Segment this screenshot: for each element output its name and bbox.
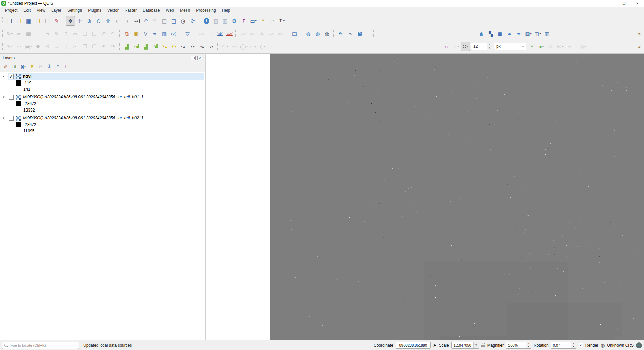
menu-plugins[interactable]: Plugins <box>85 7 104 13</box>
add-feature-button[interactable]: ▱ <box>43 29 52 38</box>
zoom-native-resolution-button[interactable]: 1:1 <box>131 16 141 26</box>
map-grid-tool-button[interactable]: ▦▾ <box>524 29 533 38</box>
new-project-button[interactable]: ❏ <box>5 16 14 26</box>
open-field-calculator-button[interactable]: ▥ <box>220 16 230 26</box>
annotation-feather-button[interactable]: ✒ <box>514 29 524 38</box>
increase-gamma-button[interactable]: γ▴ <box>197 42 207 51</box>
toolbar-drag-handle[interactable] <box>287 30 288 37</box>
save-project-button[interactable]: ▣ <box>24 16 33 26</box>
map-canvas[interactable] <box>206 54 644 340</box>
scale-combo[interactable]: 1:1947050 ▼ <box>451 342 479 349</box>
cut-features-button[interactable]: ✂ <box>71 29 80 38</box>
snapping-tolerance-spinbox[interactable]: 12▲▼ <box>471 43 492 50</box>
annotation-tool-button[interactable]: ◌▾ <box>267 16 277 26</box>
circular-string-tool-button[interactable]: ◠▾ <box>220 42 230 51</box>
new-spatial-bookmark-button[interactable]: ▤ <box>160 16 169 26</box>
snapping-tolerance-down-icon[interactable]: ▼ <box>487 46 492 50</box>
text-annotation-button[interactable]: T▾ <box>277 16 286 26</box>
temporal-controller-button[interactable]: ◷ <box>178 16 188 26</box>
rotate-feature-button[interactable]: ⟲ <box>43 42 52 51</box>
show-layout-manager-button[interactable]: ❒ <box>43 16 52 26</box>
new-temporary-scratch-layer-button[interactable]: ✒ <box>150 29 160 38</box>
menu-settings[interactable]: Settings <box>64 7 85 13</box>
snapping-options-button[interactable]: ∷▾ <box>461 42 470 51</box>
layer-checkbox[interactable] <box>9 95 14 100</box>
layer-expander-icon[interactable]: ▼ <box>0 96 7 99</box>
open-attribute-table-button[interactable]: ▦ <box>211 16 220 26</box>
new-virtual-layer-button[interactable]: Ⓥ <box>169 29 178 38</box>
label-toolbar-abc-button[interactable]: abc <box>197 29 206 38</box>
locator-input[interactable] <box>9 343 77 347</box>
toolbar-drag-handle[interactable] <box>199 17 200 24</box>
coordinate-input[interactable] <box>396 342 431 349</box>
snapping-mode-button[interactable]: ⋔▾ <box>451 42 461 51</box>
new-geopackage-layer-button[interactable]: ▣ <box>131 29 141 38</box>
clip-raster-button[interactable]: ⊠ <box>495 29 505 38</box>
help-contents-button[interactable]: ? <box>355 29 364 38</box>
layer-name[interactable]: ndvi <box>23 74 32 79</box>
toolbar-drag-handle[interactable] <box>217 43 219 50</box>
new-spatialite-layer-button[interactable]: ▥ <box>160 29 169 38</box>
close-button[interactable]: ✕ <box>631 0 644 7</box>
snapping-units-combo[interactable]: px▼ <box>494 43 526 50</box>
map-tips-button[interactable]: ❝ <box>258 16 267 26</box>
full-histogram-stretch-button[interactable]: ⇄▟ <box>131 42 141 51</box>
label-toolbar-ball-button[interactable]: ◌ <box>206 29 215 38</box>
undock-panel-icon[interactable]: ❐ <box>191 56 196 60</box>
layer-row[interactable]: ▼MOD09GQ.A2020224.h26v08.061.20203420433… <box>0 115 205 121</box>
increase-contrast-button[interactable]: ◐▴ <box>178 42 188 51</box>
split-features-button[interactable]: ✂ <box>71 42 80 51</box>
magnifier-spinbox[interactable]: ▲▼ <box>506 342 531 349</box>
menu-edit[interactable]: Edit <box>20 7 34 13</box>
layer-name[interactable]: MOD09GQ.A2020224.h26v08.061.202034204335… <box>23 116 143 120</box>
toolbar-extension-mid-button[interactable]: » <box>345 29 355 38</box>
move-feature-button[interactable]: ✥ <box>33 42 43 51</box>
current-edits-button[interactable]: ✎▾ <box>5 29 14 38</box>
change-label-properties-button[interactable]: abc <box>276 29 285 38</box>
move-label-button[interactable]: abc <box>257 29 267 38</box>
metasearch-button[interactable]: ◍ <box>304 29 313 38</box>
delete-selected-button[interactable]: ▯ <box>61 29 71 38</box>
zoom-last-button[interactable]: ↶ <box>141 16 150 26</box>
rotation-up-icon[interactable]: ▲ <box>571 342 576 345</box>
toolbar-drag-handle[interactable] <box>373 30 375 37</box>
zoom-next-button[interactable]: ↷ <box>150 16 160 26</box>
identify-features-button[interactable]: i <box>202 16 211 26</box>
unsnap-tool-button[interactable]: ✕ <box>546 42 555 51</box>
floating-cad-dock-button[interactable]: ▣▾ <box>24 42 33 51</box>
toolbar-drag-handle[interactable] <box>333 30 335 37</box>
magnifier-down-icon[interactable]: ▼ <box>526 345 531 349</box>
sample-raster-values-button[interactable]: ● <box>505 29 514 38</box>
georeferencer-button[interactable]: ▥ <box>542 29 552 38</box>
rotate-label-button[interactable]: abc <box>267 29 276 38</box>
toolbar-drag-handle[interactable] <box>119 43 121 50</box>
open-layer-styling-button[interactable]: ✐ <box>2 63 9 70</box>
snapping-on-intersection-button[interactable]: ●▾ <box>537 42 546 51</box>
db-manager-button[interactable]: ▤ <box>290 29 299 38</box>
web-globe-3-button[interactable]: ◍ <box>322 29 332 38</box>
row2-overflow-button[interactable]: » <box>638 31 641 36</box>
layer-labeling-options-button[interactable]: ab <box>215 29 225 38</box>
scale-dropdown-icon[interactable]: ▼ <box>473 342 479 348</box>
trace-tool-button[interactable]: ⋈▾ <box>555 42 565 51</box>
select-map-tool-button[interactable]: ▦▾ <box>579 42 588 51</box>
full-cumulative-cut-stretch-button[interactable]: ⇄▟ <box>150 42 160 51</box>
render-checkbox[interactable]: ✓ <box>579 343 583 347</box>
rotation-input[interactable] <box>551 342 571 348</box>
rotation-spinbox[interactable]: ▲▼ <box>551 342 576 349</box>
decrease-gamma-button[interactable]: γ▾ <box>207 42 216 51</box>
decrease-contrast-button[interactable]: ◐▾ <box>188 42 197 51</box>
menu-raster[interactable]: Raster <box>122 7 140 13</box>
minimize-button[interactable]: – <box>604 0 617 7</box>
show-spatial-bookmarks-button[interactable]: ▤ <box>169 16 178 26</box>
row3-overflow-button[interactable]: » <box>638 44 641 49</box>
snapping-units-dropdown-icon[interactable]: ▼ <box>520 45 526 48</box>
crs-globe-icon[interactable]: ◍ <box>601 343 605 348</box>
redo-button[interactable]: ↷ <box>108 29 118 38</box>
reshape-features-button[interactable]: ❒ <box>90 42 99 51</box>
toggle-extents-icon[interactable]: ➤ <box>433 343 437 348</box>
toolbar-drag-handle[interactable] <box>63 17 64 24</box>
delete-ring-button[interactable]: ▯ <box>61 42 71 51</box>
python-console-button[interactable]: Py <box>336 29 345 38</box>
pan-map-button[interactable]: ✥ <box>66 16 75 26</box>
